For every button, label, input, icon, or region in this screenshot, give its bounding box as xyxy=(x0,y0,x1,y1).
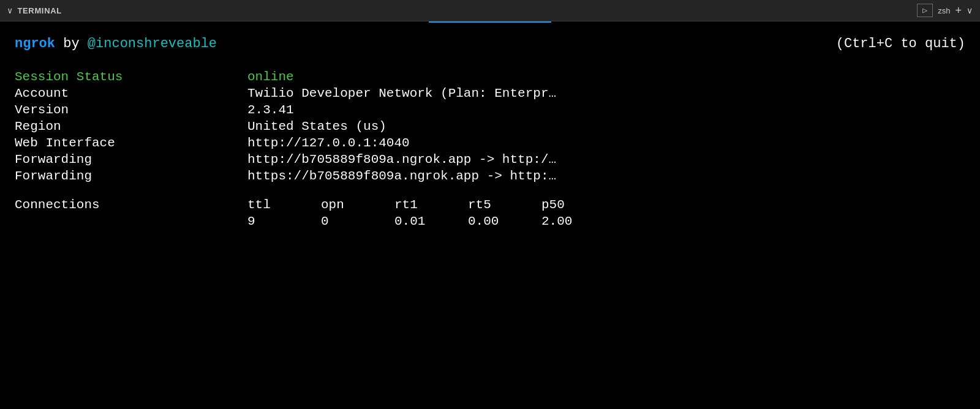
terminal-header: ∨ TERMINAL ▷ zsh + ∨ xyxy=(0,0,980,21)
forwarding-key-1: Forwarding xyxy=(15,152,247,169)
table-row: Web Interface http://127.0.0.1:4040 xyxy=(15,136,965,152)
version-key: Version xyxy=(15,103,247,119)
top-accent-bar xyxy=(429,21,551,23)
connections-section: Connections ttl opn rt1 rt5 p50 9 0 0.01… xyxy=(15,198,965,228)
region-key: Region xyxy=(15,119,247,136)
conn-header-ttl: ttl xyxy=(247,198,284,212)
table-row: Forwarding https://b705889f809a.ngrok.ap… xyxy=(15,169,965,186)
conn-val-rt1: 0.01 xyxy=(394,214,431,228)
session-status-value: online xyxy=(247,70,965,86)
terminal-body: ngrok by @inconshreveable (Ctrl+C to qui… xyxy=(0,21,980,409)
new-terminal-icon: ▷ xyxy=(922,6,927,15)
ctrl-c-text: (Ctrl+C to quit) xyxy=(836,36,965,51)
conn-header-rt1: rt1 xyxy=(394,198,431,212)
connections-key: Connections xyxy=(15,198,247,212)
conn-val-p50: 2.00 xyxy=(541,214,578,228)
conn-header-p50: p50 xyxy=(541,198,578,212)
table-row: Account Twilio Developer Network (Plan: … xyxy=(15,86,965,103)
web-interface-value: http://127.0.0.1:4040 xyxy=(247,136,965,152)
by-text: by xyxy=(55,36,88,51)
web-interface-key: Web Interface xyxy=(15,136,247,152)
conn-val-opn: 0 xyxy=(321,214,358,228)
terminal-label: TERMINAL xyxy=(17,6,61,15)
conn-header-rt5: rt5 xyxy=(468,198,505,212)
spacer xyxy=(15,186,965,198)
ngrok-brand: ngrok xyxy=(15,36,55,51)
session-status-key: Session Status xyxy=(15,70,247,86)
connections-header-row: ttl opn rt1 rt5 p50 xyxy=(247,198,578,212)
chevron-down-icon[interactable]: ∨ xyxy=(7,6,12,16)
ngrok-title-left: ngrok by @inconshreveable xyxy=(15,36,217,51)
conn-val-rt5: 0.00 xyxy=(468,214,505,228)
connections-values: ttl opn rt1 rt5 p50 9 0 0.01 0.00 2.00 xyxy=(247,198,578,228)
table-row: Forwarding http://b705889f809a.ngrok.app… xyxy=(15,152,965,169)
forwarding-key-2: Forwarding xyxy=(15,169,247,186)
table-row: Session Status online xyxy=(15,70,965,86)
author-name: @inconshreveable xyxy=(88,36,217,51)
shell-name-label: zsh xyxy=(938,6,950,15)
info-table: Session Status online Account Twilio Dev… xyxy=(15,70,965,186)
new-terminal-button[interactable]: ▷ xyxy=(917,4,933,17)
account-key: Account xyxy=(15,86,247,103)
connections-data-row: 9 0 0.01 0.00 2.00 xyxy=(247,214,578,228)
region-value: United States (us) xyxy=(247,119,965,136)
terminal-header-right: ▷ zsh + ∨ xyxy=(917,4,973,17)
terminal-dropdown-button[interactable]: ∨ xyxy=(967,6,973,15)
ngrok-title-line: ngrok by @inconshreveable (Ctrl+C to qui… xyxy=(15,36,965,51)
add-terminal-button[interactable]: + xyxy=(955,4,962,17)
table-row: Version 2.3.41 xyxy=(15,103,965,119)
ctrl-c-hint: (Ctrl+C to quit) xyxy=(836,36,965,51)
forwarding-value-1: http://b705889f809a.ngrok.app -> http:/… xyxy=(247,152,965,169)
terminal-title-left: ∨ TERMINAL xyxy=(7,6,62,16)
forwarding-value-2: https://b705889f809a.ngrok.app -> http:… xyxy=(247,169,965,186)
table-row: Region United States (us) xyxy=(15,119,965,136)
conn-val-ttl: 9 xyxy=(247,214,284,228)
version-value: 2.3.41 xyxy=(247,103,965,119)
conn-header-opn: opn xyxy=(321,198,358,212)
account-value: Twilio Developer Network (Plan: Enterpr… xyxy=(247,86,965,103)
